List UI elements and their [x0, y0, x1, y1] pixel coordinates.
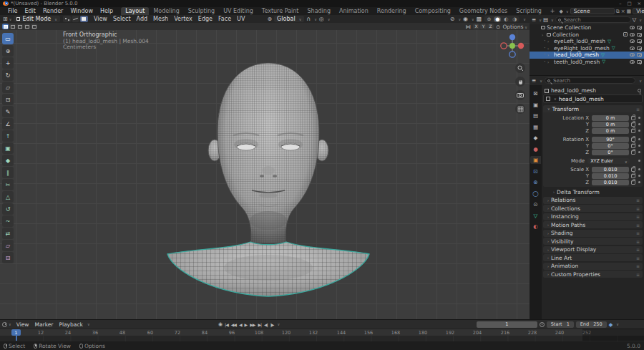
- visibility-eye-icon[interactable]: [630, 60, 635, 64]
- properties-tab[interactable]: ▣: [530, 101, 541, 109]
- menubar-menu[interactable]: Edit: [21, 8, 39, 14]
- animate-dot-icon[interactable]: [638, 138, 640, 140]
- tool-button[interactable]: △: [2, 191, 14, 203]
- workspace-tab[interactable]: Layout: [121, 7, 149, 15]
- viewport-menu[interactable]: UV: [234, 16, 248, 22]
- workspace-tab[interactable]: Sculpting: [184, 7, 219, 15]
- axis-gizmo[interactable]: [498, 31, 527, 62]
- select-set-button[interactable]: [2, 24, 9, 29]
- shading-mode-button[interactable]: ⊕: [485, 16, 492, 22]
- collapsed-section[interactable]: › Collections ≡: [543, 205, 643, 212]
- tool-button[interactable]: ~: [2, 215, 14, 227]
- animate-dot-icon[interactable]: [638, 175, 640, 177]
- collapsed-section[interactable]: › Custom Properties ≡: [543, 271, 643, 278]
- transform-value-field[interactable]: 90°∨: [592, 137, 629, 142]
- transform-value-field[interactable]: 0.010∨: [592, 173, 629, 179]
- properties-tab[interactable]: ⊙: [530, 200, 541, 208]
- minimize-button[interactable]: –: [619, 1, 621, 6]
- transform-value-field[interactable]: 0 m∨: [592, 115, 629, 121]
- lock-icon[interactable]: [631, 167, 635, 172]
- pin-icon[interactable]: [638, 89, 641, 92]
- playback-button[interactable]: ▶▶: [249, 322, 255, 327]
- playback-button[interactable]: ◀|: [263, 322, 268, 327]
- visibility-eye-icon[interactable]: [630, 33, 635, 37]
- overlays-icon[interactable]: ◉: [463, 16, 468, 22]
- properties-tab[interactable]: ●: [530, 145, 541, 153]
- viewport-menu[interactable]: Add: [134, 16, 151, 22]
- workspace-tab[interactable]: Geometry Nodes: [455, 7, 512, 15]
- view-layer-icon[interactable]: ▦: [627, 9, 632, 14]
- properties-options-icon[interactable]: ∨: [639, 79, 642, 83]
- editor-type-icon[interactable]: ⊞∨: [1, 16, 13, 22]
- outliner-display-mode-icon[interactable]: ▤: [543, 16, 548, 23]
- tool-button[interactable]: ↺: [2, 203, 14, 215]
- outliner-row[interactable]: · › eyeRight_lod0_mesh ▽ ✓: [530, 45, 644, 52]
- playback-button[interactable]: |▶: [270, 322, 275, 327]
- transform-value-field[interactable]: 0°∨: [592, 150, 629, 155]
- render-camera-icon[interactable]: [637, 26, 642, 29]
- vertex-select-button[interactable]: [63, 16, 71, 22]
- workspace-tab[interactable]: Modeling: [149, 7, 183, 15]
- transform-value-field[interactable]: 0.010∨: [592, 167, 629, 172]
- tool-button[interactable]: ✎: [2, 106, 14, 117]
- render-camera-icon[interactable]: [637, 39, 642, 43]
- lock-icon[interactable]: [631, 116, 635, 120]
- auto-key-icon[interactable]: ◉: [218, 321, 223, 327]
- animate-dot-icon[interactable]: [638, 145, 640, 147]
- properties-tab[interactable]: ⊡: [530, 167, 541, 175]
- properties-tab[interactable]: ⊛: [530, 178, 541, 186]
- menubar-menu[interactable]: Help: [97, 8, 117, 14]
- outliner-search[interactable]: Search: [555, 16, 631, 23]
- mirror-axis-button[interactable]: Y: [480, 24, 487, 29]
- object-name-field[interactable]: ∨ head_lod0_mesh: [543, 94, 643, 103]
- pan-hand-icon[interactable]: [515, 77, 525, 87]
- transform-value-field[interactable]: 0 m∨: [592, 122, 629, 127]
- unlink-scene-icon[interactable]: ×: [621, 9, 625, 14]
- tool-button[interactable]: ▭: [2, 33, 14, 44]
- playback-button[interactable]: ◀: [238, 322, 243, 327]
- tool-button[interactable]: ⊟: [2, 252, 14, 263]
- outliner-row[interactable]: · › eyeLeft_lod0_mesh ▽ ✓: [530, 38, 644, 45]
- workspace-tab[interactable]: Compositing: [411, 7, 455, 15]
- maximize-button[interactable]: □: [627, 1, 631, 6]
- properties-search[interactable]: Search: [545, 77, 635, 84]
- mirror-axis-button[interactable]: X: [473, 24, 479, 29]
- mode-selector[interactable]: Edit Mode∨: [14, 16, 60, 22]
- tool-button[interactable]: ◆: [2, 155, 14, 166]
- tool-button[interactable]: +: [2, 57, 14, 69]
- tool-button[interactable]: ⊡: [2, 94, 14, 105]
- collapsed-section[interactable]: › Relations ≡: [543, 197, 643, 204]
- timeline-menu[interactable]: Marker: [31, 321, 56, 328]
- stopwatch-icon[interactable]: [540, 322, 545, 327]
- workspace-tab[interactable]: Animation: [335, 7, 373, 15]
- menubar-menu[interactable]: File: [4, 8, 21, 14]
- visibility-eye-icon[interactable]: [630, 53, 635, 57]
- current-frame-field[interactable]: 1: [477, 321, 537, 328]
- viewport-menu[interactable]: Face: [215, 16, 234, 22]
- timeline-track[interactable]: [0, 336, 644, 341]
- menubar-menu[interactable]: Render: [39, 8, 67, 14]
- outliner-row[interactable]: · › Scene Collection ▽ ✓: [530, 24, 644, 31]
- select-subtract-button[interactable]: [16, 24, 23, 29]
- view-layer-selector[interactable]: ViewLayer: [633, 8, 644, 14]
- new-scene-icon[interactable]: ⧉: [616, 9, 620, 14]
- outliner-row[interactable]: · › teeth_lod0_mesh ▽ ✓: [530, 59, 644, 66]
- frame-start-field[interactable]: Start 1: [547, 321, 574, 328]
- options-dropdown[interactable]: Options∨: [502, 24, 527, 30]
- zoom-icon[interactable]: [515, 63, 525, 73]
- properties-tab[interactable]: ◆: [530, 134, 541, 142]
- menubar-menu[interactable]: Window: [67, 8, 97, 14]
- collapsed-section[interactable]: › Viewport Display ≡: [543, 246, 643, 253]
- animate-dot-icon[interactable]: [638, 151, 640, 153]
- edge-select-button[interactable]: [72, 16, 79, 22]
- tool-button[interactable]: ▱: [2, 82, 14, 93]
- animate-dot-icon[interactable]: [638, 168, 640, 170]
- transform-value-field[interactable]: XYZ Euler∨: [587, 158, 630, 164]
- workspace-tab[interactable]: Shading: [303, 7, 335, 15]
- playback-button[interactable]: ▶: [244, 322, 248, 327]
- head-mesh[interactable]: [161, 59, 376, 302]
- lock-icon[interactable]: [631, 129, 635, 133]
- tool-button[interactable]: ▱: [2, 240, 14, 251]
- viewport-menu[interactable]: Vertex: [171, 16, 195, 22]
- collapsed-section[interactable]: › Shading ≡: [543, 230, 643, 237]
